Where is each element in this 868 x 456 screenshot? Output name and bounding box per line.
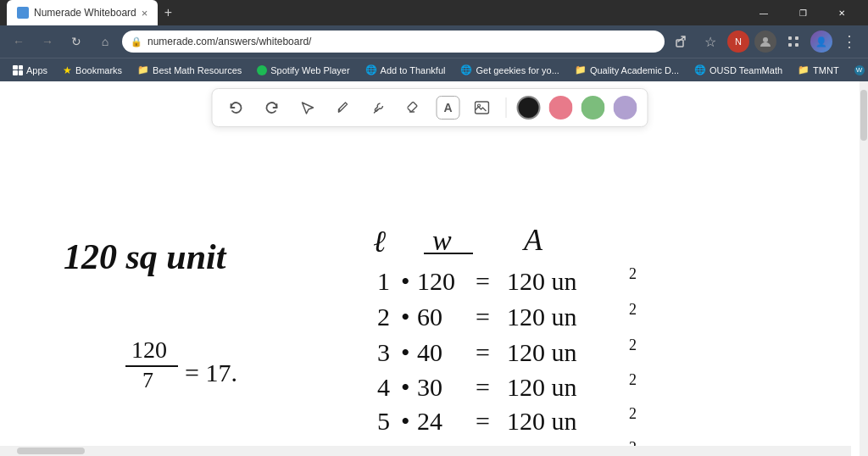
svg-text:=: =	[476, 338, 490, 366]
tab-close-btn[interactable]: ×	[142, 7, 148, 19]
spotify-label: Spotify Web Player	[270, 65, 349, 75]
svg-text:5: 5	[377, 407, 390, 435]
navigation-bar: ← → ↻ ⌂ 🔒 numerade.com/answers/whiteboar…	[0, 25, 868, 58]
thankful-label: Add to Thankful	[381, 65, 446, 75]
svg-text:120 sq unit: 120 sq unit	[64, 237, 227, 276]
whiteboard[interactable]: A 120 sq unit 120 7 = 17.	[0, 81, 860, 456]
close-button[interactable]: ✕	[822, 0, 861, 25]
extensions-button[interactable]	[782, 30, 805, 53]
toolbar-divider	[506, 97, 507, 118]
right-scrollbar[interactable]	[860, 81, 868, 456]
bookmark-star-button[interactable]: ☆	[698, 30, 722, 53]
image-tool-button[interactable]	[469, 94, 496, 121]
svg-rect-4	[788, 43, 792, 47]
quality-icon: 📁	[575, 64, 587, 75]
bookmark-best-math[interactable]: 📁 Best Math Resources	[131, 63, 248, 77]
bookmarks-label: Bookmarks	[75, 65, 122, 75]
svg-text:60: 60	[417, 303, 442, 331]
color-pink[interactable]	[549, 96, 573, 120]
reload-button[interactable]: ↻	[64, 30, 88, 53]
geekies-icon: 🌐	[460, 64, 472, 75]
tmnt-icon: 📁	[798, 64, 810, 75]
ousd-icon: 🌐	[694, 64, 706, 75]
bookmark-quality[interactable]: 📁 Quality Academic D...	[569, 63, 685, 77]
apps-grid-icon	[13, 65, 23, 75]
svg-text:2: 2	[629, 405, 637, 422]
svg-text:A: A	[522, 223, 543, 257]
tools-button[interactable]	[365, 94, 392, 121]
svg-rect-2	[788, 36, 792, 40]
apps-label: Apps	[26, 65, 47, 75]
svg-rect-5	[795, 43, 798, 47]
ousd-label: OUSD TeamMath	[709, 65, 782, 75]
svg-text:•: •	[401, 338, 410, 366]
svg-text:•: •	[401, 373, 410, 401]
svg-text:•: •	[401, 303, 410, 331]
svg-text:120 un: 120 un	[507, 338, 577, 366]
svg-text:120: 120	[131, 336, 167, 363]
color-purple[interactable]	[614, 96, 637, 120]
bookmark-thankful[interactable]: 🌐 Add to Thankful	[359, 63, 452, 77]
home-button[interactable]: ⌂	[93, 30, 117, 53]
thankful-icon: 🌐	[365, 64, 377, 75]
back-button[interactable]: ←	[7, 30, 31, 53]
svg-point-9	[478, 104, 481, 107]
share-button[interactable]	[670, 30, 693, 53]
svg-text:•: •	[401, 267, 410, 295]
svg-text:1: 1	[377, 267, 390, 295]
svg-point-1	[763, 37, 768, 42]
svg-text:= 17.: = 17.	[185, 359, 237, 386]
quality-label: Quality Academic D...	[590, 65, 679, 75]
bookmark-geekies[interactable]: 🌐 Get geekies for yo...	[454, 63, 565, 77]
bookmark-bookmarks[interactable]: ★ Bookmarks	[57, 63, 128, 78]
wp-icon: W	[854, 65, 865, 75]
select-tool-button[interactable]	[294, 94, 321, 121]
pen-tool-button[interactable]	[330, 94, 357, 121]
bottom-scrollbar[interactable]	[0, 446, 851, 456]
bookmark-apps[interactable]: Apps	[7, 64, 53, 77]
svg-text:120 un: 120 un	[507, 303, 577, 331]
whiteboard-canvas[interactable]: 120 sq unit 120 7 = 17. ℓ w A 1 • 120 = …	[0, 81, 860, 456]
bookmark-ousd[interactable]: 🌐 OUSD TeamMath	[688, 63, 788, 77]
svg-text:2: 2	[629, 265, 637, 282]
redo-button[interactable]	[259, 94, 286, 121]
tab-area: Numerade Whiteboard × +	[7, 0, 744, 25]
svg-text:2: 2	[629, 301, 637, 318]
numerade-icon: N	[727, 31, 749, 53]
bookmark-moc[interactable]: W MOC - NBPTS	[849, 64, 868, 77]
svg-text:7: 7	[142, 368, 153, 392]
svg-text:•: •	[401, 407, 410, 435]
user-avatar[interactable]: 👤	[810, 31, 832, 53]
address-bar[interactable]: 🔒 numerade.com/answers/whiteboard/	[122, 31, 665, 53]
bookmark-spotify[interactable]: Spotify Web Player	[251, 64, 355, 77]
svg-text:2: 2	[377, 303, 390, 331]
svg-text:w: w	[432, 225, 452, 256]
bookmark-tmnt[interactable]: 📁 TMNT	[792, 63, 845, 77]
more-menu-button[interactable]: ⋮	[837, 30, 861, 53]
text-tool-button[interactable]: A	[437, 96, 460, 120]
minimize-button[interactable]: —	[744, 0, 783, 25]
forward-button[interactable]: →	[36, 30, 59, 53]
address-text: numerade.com/answers/whiteboard/	[147, 36, 656, 47]
active-tab[interactable]: Numerade Whiteboard ×	[7, 0, 158, 25]
best-math-label: Best Math Resources	[153, 65, 242, 75]
new-tab-button[interactable]: +	[158, 3, 178, 23]
svg-text:120 un: 120 un	[507, 373, 577, 401]
color-black[interactable]	[517, 96, 541, 120]
tab-label: Numerade Whiteboard	[34, 7, 136, 19]
right-scrollbar-thumb[interactable]	[860, 90, 867, 141]
color-green[interactable]	[581, 96, 605, 120]
maximize-button[interactable]: ❐	[783, 0, 822, 25]
svg-text:3: 3	[377, 338, 390, 366]
undo-button[interactable]	[223, 94, 250, 121]
svg-text:2: 2	[629, 371, 637, 388]
content-area: A 120 sq unit 120 7 = 17.	[0, 81, 868, 456]
star-icon: ★	[63, 64, 72, 76]
svg-text:120 un: 120 un	[507, 267, 577, 295]
svg-text:120 un: 120 un	[507, 407, 577, 435]
highlighter-button[interactable]	[401, 94, 428, 121]
bottom-scrollbar-thumb[interactable]	[17, 448, 85, 454]
profile-icon-2[interactable]	[754, 31, 776, 53]
svg-text:120: 120	[417, 267, 455, 295]
svg-text:30: 30	[417, 373, 442, 401]
